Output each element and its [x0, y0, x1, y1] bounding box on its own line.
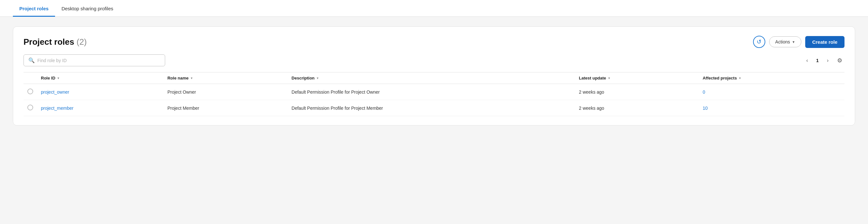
card-count: (2) [76, 37, 87, 47]
row-latest-update: 2 weeks ago [579, 90, 604, 95]
row-affected-projects[interactable]: 10 [703, 105, 708, 111]
create-role-button[interactable]: Create role [805, 36, 844, 48]
search-icon: 🔍 [28, 57, 35, 63]
tab-desktop-sharing[interactable]: Desktop sharing profiles [55, 0, 120, 17]
row-radio-1[interactable] [27, 105, 33, 110]
row-radio-cell [24, 84, 37, 100]
refresh-button[interactable]: ↺ [753, 36, 765, 48]
row-affected-projects-cell: 10 [699, 100, 844, 116]
col-description-label: Description [292, 76, 315, 81]
row-description: Default Permission Profile for Project M… [292, 105, 383, 111]
card-title-text: Project roles [24, 37, 74, 47]
row-radio-cell [24, 100, 37, 116]
sort-icon-role-id: ▼ [57, 76, 60, 80]
col-latest-update: Latest update ▼ [575, 72, 699, 84]
table-row: project_owner Project Owner Default Perm… [24, 84, 844, 100]
row-latest-update-cell: 2 weeks ago [575, 84, 699, 100]
refresh-icon: ↺ [756, 38, 762, 45]
next-page-button[interactable]: › [823, 56, 832, 65]
row-role-id-link[interactable]: project_member [41, 105, 73, 111]
table-row: project_member Project Member Default Pe… [24, 100, 844, 116]
row-role-id-link[interactable]: project_owner [41, 90, 69, 95]
row-role-name: Project Member [167, 105, 199, 111]
row-radio-0[interactable] [27, 89, 33, 94]
row-description-cell: Default Permission Profile for Project O… [288, 84, 575, 100]
current-page: 1 [814, 58, 821, 63]
sort-icon-description: ▼ [316, 76, 319, 80]
row-affected-projects-cell: 0 [699, 84, 844, 100]
project-roles-card: Project roles (2) ↺ Actions ▼ Create rol… [13, 26, 855, 126]
row-role-name-cell: Project Owner [163, 84, 288, 100]
col-affected-projects-label: Affected projects [703, 76, 737, 81]
col-role-id-label: Role ID [41, 76, 55, 81]
table-body: project_owner Project Owner Default Perm… [24, 84, 844, 116]
main-content: Project roles (2) ↺ Actions ▼ Create rol… [0, 17, 868, 224]
col-checkbox [24, 72, 37, 84]
prev-page-button[interactable]: ‹ [803, 56, 812, 65]
search-box[interactable]: 🔍 [24, 54, 165, 66]
card-title: Project roles (2) [24, 37, 87, 47]
sort-icon-latest-update: ▼ [608, 76, 611, 80]
row-role-name-cell: Project Member [163, 100, 288, 116]
col-affected-projects: Affected projects ▼ [699, 72, 844, 84]
col-role-name: Role name ▼ [163, 72, 288, 84]
sort-icon-role-name: ▼ [190, 76, 193, 80]
row-latest-update-cell: 2 weeks ago [575, 100, 699, 116]
col-latest-update-label: Latest update [579, 76, 606, 81]
row-role-id-cell: project_member [37, 100, 163, 116]
header-actions: ↺ Actions ▼ Create role [753, 36, 844, 48]
roles-table: Role ID ▼ Role name ▼ Description [24, 72, 844, 116]
col-description: Description ▼ [288, 72, 575, 84]
col-role-name-label: Role name [167, 76, 189, 81]
tabs-bar: Project roles Desktop sharing profiles [0, 0, 868, 17]
actions-label: Actions [775, 39, 790, 44]
col-role-id: Role ID ▼ [37, 72, 163, 84]
card-header: Project roles (2) ↺ Actions ▼ Create rol… [24, 36, 844, 48]
actions-button[interactable]: Actions ▼ [769, 36, 801, 47]
table-header-row: Role ID ▼ Role name ▼ Description [24, 72, 844, 84]
chevron-down-icon: ▼ [792, 40, 795, 44]
row-latest-update: 2 weeks ago [579, 105, 604, 111]
row-affected-projects[interactable]: 0 [703, 90, 705, 95]
row-role-name: Project Owner [167, 90, 196, 95]
pagination-row: ‹ 1 › ⚙ [803, 56, 844, 65]
table-settings-button[interactable]: ⚙ [835, 56, 844, 65]
tab-project-roles[interactable]: Project roles [13, 0, 55, 17]
row-description: Default Permission Profile for Project O… [292, 90, 380, 95]
row-role-id-cell: project_owner [37, 84, 163, 100]
row-description-cell: Default Permission Profile for Project M… [288, 100, 575, 116]
search-input[interactable] [37, 58, 160, 63]
search-row: 🔍 ‹ 1 › ⚙ [24, 54, 844, 66]
sort-icon-affected-projects: ▼ [739, 76, 741, 80]
